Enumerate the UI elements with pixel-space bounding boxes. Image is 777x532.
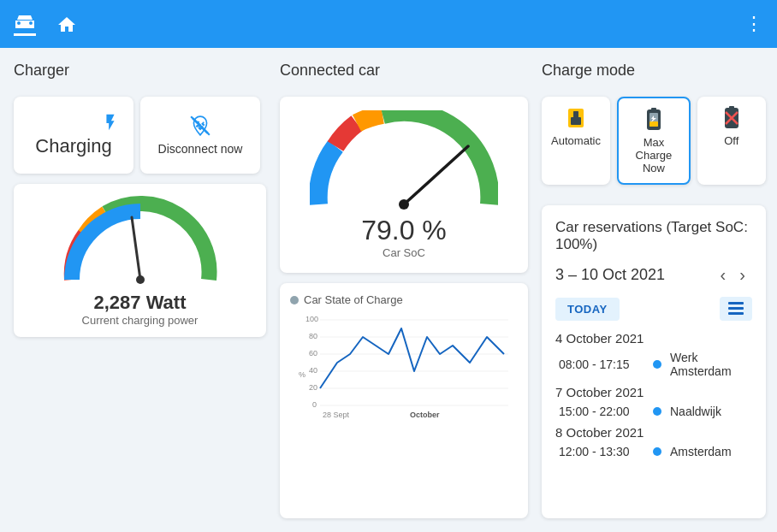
res-location-3: Amsterdam — [670, 445, 732, 458]
res-date-header-2: 7 October 2021 — [555, 385, 752, 399]
charge-mode-buttons: Automatic Max Charge Now — [542, 97, 766, 185]
disconnect-button[interactable]: Disconnect now — [140, 97, 260, 174]
svg-line-1 — [193, 118, 207, 133]
soc-gauge — [310, 110, 498, 213]
svg-text:%: % — [299, 370, 305, 379]
chart-legend-dot — [290, 296, 299, 304]
chart-legend-label: Car State of Charge — [304, 293, 403, 306]
max-charge-icon — [641, 107, 667, 133]
svg-rect-26 — [649, 121, 658, 127]
svg-rect-34 — [728, 312, 744, 315]
res-time-1: 08:00 - 17:15 — [559, 358, 644, 371]
soc-subtitle: Car SoC — [294, 246, 514, 259]
res-item-3: 12:00 - 13:30 Amsterdam — [555, 445, 752, 458]
svg-text:40: 40 — [309, 366, 317, 375]
power-value: 2,287 Watt — [93, 292, 186, 314]
automatic-label: Automatic — [551, 134, 601, 147]
date-range: 3 – 10 Oct 2021 — [555, 266, 713, 284]
home-icon[interactable] — [56, 15, 77, 33]
automatic-mode-button[interactable]: Automatic — [542, 97, 610, 185]
svg-line-4 — [404, 146, 468, 204]
top-navigation: ⋮ — [0, 0, 777, 48]
connected-car-title: Connected car — [280, 62, 528, 80]
res-item-2: 15:00 - 22:00 Naaldwijk — [555, 405, 752, 418]
svg-rect-27 — [651, 108, 656, 111]
charger-section: Charger Charging — [14, 62, 266, 518]
soc-card: 79.0 % Car SoC — [280, 97, 528, 273]
charging-label: Charging — [35, 135, 111, 157]
svg-text:28 Sept: 28 Sept — [323, 411, 350, 419]
charge-mode-title: Charge mode — [542, 62, 766, 80]
automatic-icon — [563, 105, 589, 131]
svg-point-3 — [136, 275, 145, 284]
svg-text:20: 20 — [309, 383, 317, 392]
res-location-2: Naaldwijk — [670, 405, 721, 418]
soc-value: 79.0 % — [294, 215, 514, 246]
chart-legend: Car State of Charge — [290, 293, 518, 306]
svg-rect-23 — [573, 111, 578, 117]
res-time-3: 12:00 - 13:30 — [559, 445, 644, 458]
res-time-2: 15:00 - 22:00 — [559, 405, 644, 418]
reservation-actions: TODAY — [555, 297, 752, 321]
disconnect-icon — [189, 115, 211, 137]
connected-car-section: Connected car — [280, 62, 528, 518]
svg-text:October: October — [410, 411, 440, 419]
date-navigation: 3 – 10 Oct 2021 ‹ › — [555, 262, 752, 288]
res-dot-3 — [653, 447, 661, 456]
charging-icon — [101, 113, 120, 132]
res-dot-1 — [653, 360, 661, 369]
today-button[interactable]: TODAY — [555, 298, 620, 321]
svg-text:100: 100 — [305, 315, 318, 323]
off-label: Off — [724, 134, 738, 147]
soc-chart: 100 80 60 40 20 0 % 28 Sept October — [290, 313, 513, 424]
list-view-button[interactable] — [720, 297, 752, 321]
prev-week-button[interactable]: ‹ — [713, 262, 733, 288]
svg-rect-32 — [728, 302, 744, 304]
svg-rect-22 — [571, 117, 581, 125]
svg-text:0: 0 — [312, 400, 317, 409]
res-date-header-3: 8 October 2021 — [555, 425, 752, 440]
charging-button[interactable]: Charging — [14, 97, 133, 174]
reservation-list: 4 October 2021 08:00 - 17:15 Werk Amster… — [555, 331, 752, 458]
disconnect-label: Disconnect now — [158, 142, 243, 156]
power-subtitle: Current charging power — [82, 314, 199, 327]
res-item-1: 08:00 - 17:15 Werk Amsterdam — [555, 351, 752, 378]
svg-text:80: 80 — [309, 332, 317, 340]
more-menu-icon[interactable]: ⋮ — [744, 13, 763, 35]
res-dot-2 — [653, 407, 661, 416]
chart-card: Car State of Charge 100 80 60 40 20 0 % — [280, 283, 528, 518]
next-week-button[interactable]: › — [733, 262, 752, 288]
right-column: Charge mode Automatic — [542, 62, 766, 518]
car-icon[interactable] — [14, 13, 36, 36]
svg-line-2 — [132, 217, 140, 280]
svg-text:60: 60 — [309, 349, 317, 358]
svg-point-5 — [399, 199, 409, 210]
max-charge-now-button[interactable]: Max Charge Now — [617, 97, 691, 185]
off-mode-button[interactable]: Off — [697, 97, 766, 185]
power-card: 2,287 Watt Current charging power — [14, 184, 266, 337]
svg-rect-33 — [728, 307, 744, 310]
reservations-title: Car reservations (Target SoC: 100%) — [555, 219, 752, 253]
svg-rect-29 — [729, 106, 734, 109]
main-content: Charger Charging — [0, 48, 777, 532]
charger-buttons: Charging Disconnect now — [14, 97, 266, 174]
res-location-1: Werk Amsterdam — [670, 351, 752, 378]
charger-title: Charger — [14, 62, 266, 80]
reservations-card: Car reservations (Target SoC: 100%) 3 – … — [542, 205, 766, 518]
res-date-header-1: 4 October 2021 — [555, 331, 752, 346]
off-icon — [719, 105, 744, 131]
power-gauge — [55, 194, 226, 288]
max-charge-label: Max Charge Now — [631, 136, 677, 174]
